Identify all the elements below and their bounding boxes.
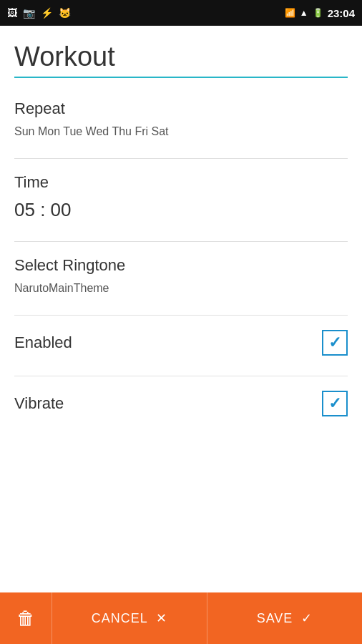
divider-2: [14, 241, 348, 242]
battery-icon: 🔋: [313, 8, 323, 18]
bottom-bar: 🗑 CANCEL ✕ SAVE ✓: [0, 592, 362, 644]
enabled-label: Enabled: [14, 333, 72, 352]
repeat-section: Repeat Sun Mon Tue Wed Thu Fri Sat: [14, 99, 348, 138]
cat-icon: 🐱: [59, 7, 71, 19]
camera-icon: 📷: [23, 7, 35, 19]
repeat-label: Repeat: [14, 99, 348, 118]
usb-icon: ⚡: [41, 7, 53, 19]
enabled-row: Enabled ✓: [14, 330, 348, 356]
vibrate-check-icon: ✓: [328, 396, 341, 411]
wifi-icon: ▲: [300, 8, 308, 18]
main-content: Repeat Sun Mon Tue Wed Thu Fri Sat Time …: [0, 26, 362, 592]
divider-1: [14, 158, 348, 159]
clock: 23:04: [328, 7, 355, 19]
cancel-label: CANCEL ✕: [92, 610, 167, 626]
ringtone-section: Select Ringtone NarutoMainTheme: [14, 256, 348, 295]
divider-4: [14, 376, 348, 376]
time-value[interactable]: 05 : 00: [14, 199, 348, 221]
sim-icon: 📶: [285, 8, 295, 18]
vibrate-checkbox[interactable]: ✓: [322, 391, 348, 416]
save-label: SAVE ✓: [257, 610, 313, 626]
save-button[interactable]: SAVE ✓: [207, 592, 362, 644]
workout-input[interactable]: [14, 39, 348, 77]
image-icon: 🖼: [7, 7, 17, 19]
status-bar-icons-right: 📶 ▲ 🔋 23:04: [285, 7, 355, 19]
divider-3: [14, 315, 348, 316]
repeat-value[interactable]: Sun Mon Tue Wed Thu Fri Sat: [14, 125, 348, 138]
status-bar: 🖼 📷 ⚡ 🐱 📶 ▲ 🔋 23:04: [0, 0, 362, 26]
vibrate-label: Vibrate: [14, 394, 64, 413]
delete-button[interactable]: 🗑: [0, 592, 52, 644]
status-bar-icons-left: 🖼 📷 ⚡ 🐱: [7, 7, 71, 19]
ringtone-label: Select Ringtone: [14, 256, 348, 275]
time-label: Time: [14, 173, 348, 192]
ringtone-value[interactable]: NarutoMainTheme: [14, 282, 348, 295]
cancel-button[interactable]: CANCEL ✕: [52, 592, 207, 644]
enabled-check-icon: ✓: [328, 335, 341, 351]
workout-input-container: [14, 39, 348, 78]
trash-icon: 🗑: [16, 608, 35, 630]
time-section: Time 05 : 00: [14, 173, 348, 221]
vibrate-row: Vibrate ✓: [14, 391, 348, 416]
enabled-checkbox[interactable]: ✓: [322, 330, 348, 356]
